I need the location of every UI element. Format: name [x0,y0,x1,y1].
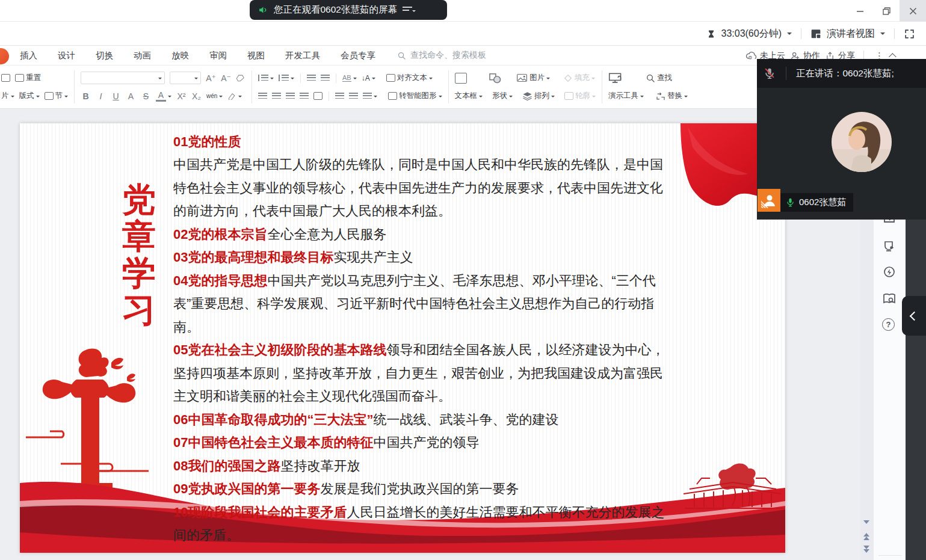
inspiration-bulb-icon[interactable] [882,265,897,280]
reset-icon [15,74,24,82]
distribute-icon[interactable] [313,92,323,100]
speaker-icon [258,5,268,15]
slide-line: 表”重要思想、科学发展观、习近平新时代中国特色社会主义思想作为自己的行动指 [173,297,654,311]
decrease-font-button[interactable]: A⁻ [221,73,231,83]
divider [786,67,786,80]
increase-font-button[interactable]: A⁺ [206,73,216,83]
view-mode-dropdown-icon[interactable] [880,32,885,37]
bullet-list-button[interactable] [258,75,274,81]
vertical-text-button[interactable]: ↓A [362,74,375,82]
slide-line: 主文明和谐美丽的社会主义现代化强国而奋斗。 [173,389,451,404]
slide-line: 07中国特色社会主义最本质的特征中国共产党的领导 [173,435,479,450]
present-tools-button[interactable]: 演示工具 [608,91,644,101]
reference-book-icon[interactable] [882,292,897,306]
slide-line: 特色社会主义事业的领导核心，代表中国先进生产力的发展要求，代表中国先进文化 [173,181,663,195]
italic-button[interactable]: I [96,91,106,101]
close-button[interactable] [900,0,926,22]
section-icon [45,92,54,100]
underline-button[interactable]: U [111,91,121,101]
clear-format-icon[interactable] [236,74,245,82]
fill-button[interactable]: 填充 [563,73,595,83]
mic-muted-icon[interactable] [763,67,776,80]
tab-review[interactable]: 审阅 [209,50,227,61]
align-center-icon[interactable] [272,93,281,99]
new-slide-button[interactable]: 片 [1,91,14,101]
line-spacing-icon[interactable] [335,93,344,99]
timer-dropdown-icon[interactable] [787,32,792,37]
screen-share-banner[interactable]: 您正在观看0602张慧茹的屏幕 [250,0,447,20]
pinyin-guide-button[interactable]: wén [206,93,223,99]
reset-button[interactable]: 重置 [15,73,41,83]
strikethrough-button[interactable]: S [141,91,151,101]
shapes-icon[interactable] [489,70,502,86]
align-left-icon[interactable] [258,93,267,99]
numbered-list-button[interactable] [279,75,294,81]
divider [894,28,895,39]
spacing-options-button[interactable] [363,93,377,99]
slide-layout-icon[interactable] [1,74,10,82]
fill-icon [563,74,573,82]
expand-panel-tab[interactable] [902,296,926,336]
slide-line: 01党的性质 [173,135,241,149]
view-mode-label[interactable]: 演讲者视图 [827,28,875,40]
scroll-down-icon[interactable] [863,520,869,527]
shapes-button[interactable]: 形状 [492,91,513,101]
resource-cup-icon[interactable] [882,239,897,253]
character-border-button[interactable]: A [126,91,136,101]
replace-button[interactable]: 替换 [656,91,688,101]
font-color-button[interactable]: A [156,90,171,102]
font-size-select[interactable] [170,72,201,84]
tab-design[interactable]: 设计 [58,50,75,61]
tab-developer[interactable]: 开发工具 [285,50,320,61]
increase-indent-icon[interactable] [321,75,330,81]
bold-button[interactable]: B [81,91,91,101]
fullscreen-icon[interactable] [904,28,915,40]
picture-button[interactable]: 图片 [516,73,550,83]
textbox-button[interactable]: 文本框 [455,91,483,101]
find-button[interactable]: 查找 [646,73,672,83]
font-family-select[interactable] [81,72,165,84]
tab-insert[interactable]: 插入 [20,50,37,61]
smart-graphic-button[interactable]: 转智能图形 [388,91,442,101]
speaking-now-label: 正在讲话：0602张慧茹; [796,67,894,80]
tab-view[interactable]: 视图 [247,50,265,61]
present-tools-icon[interactable] [608,70,623,86]
home-tab-icon[interactable] [0,48,9,64]
slide-line: 09党执政兴国的第一要务发展是我们党执政兴国的第一要务 [173,482,519,496]
tab-animation[interactable]: 动画 [134,50,151,61]
next-slide-icon2[interactable] [863,549,869,556]
minimize-button[interactable] [847,0,873,22]
slide-line: 间的矛盾。 [173,528,239,543]
section-button[interactable]: 节 [45,91,69,101]
tab-slideshow[interactable]: 放映 [171,50,189,61]
align-right-icon[interactable] [286,93,295,99]
help-icon[interactable]: ? [882,318,895,331]
decrease-indent-icon[interactable] [307,75,316,81]
meeting-video-panel[interactable]: 正在讲话：0602张慧茹; [757,59,926,220]
restore-button[interactable] [873,0,900,22]
paragraph-spacing-icon[interactable] [349,93,358,99]
share-banner-menu-icon[interactable] [403,7,412,14]
video-tile[interactable]: 0602张慧茹 [757,88,926,220]
slide[interactable]: 党章学习 01党的性质 中国共产党是中国工人阶级的先锋队，同时是中国人民和中华民… [20,123,785,553]
outline-button[interactable]: 轮廓 [564,91,596,101]
text-direction-button[interactable]: AB [342,74,357,82]
textbox-icon[interactable] [455,70,467,86]
find-icon [646,73,655,83]
previous-slide-icon2[interactable] [863,534,869,540]
layout-button[interactable]: 版式 [19,91,40,101]
slide-line: 中国共产党是中国工人阶级的先锋队，同时是中国人民和中华民族的先锋队，是中国 [173,158,663,172]
share-banner-text: 您正在观看0602张慧茹的屏幕 [274,4,397,16]
subscript-button[interactable]: X₂ [191,91,202,101]
tab-transition[interactable]: 切换 [96,50,113,61]
justify-icon[interactable] [300,93,309,99]
slide-line: 06中国革命取得成功的“三大法宝”统一战线、武装斗争、党的建设 [173,413,558,427]
command-search[interactable]: 查找命令、搜索模板 [397,50,486,61]
smart-graphic-icon [388,92,397,100]
participant-badge: 0602张慧茹 [758,189,853,212]
align-text-button[interactable]: 对齐文本 [386,73,433,83]
tab-member[interactable]: 会员专享 [341,50,375,61]
superscript-button[interactable]: X² [176,91,187,101]
arrange-button[interactable]: 排列 [522,91,555,101]
highlight-button[interactable] [227,92,242,100]
